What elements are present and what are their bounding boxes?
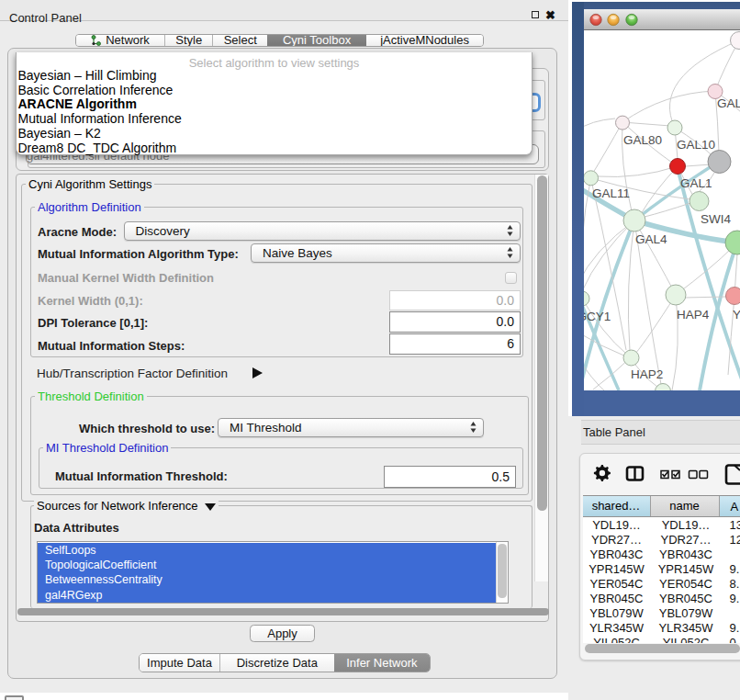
- svg-text:HAP4: HAP4: [677, 308, 710, 322]
- svg-text:YD: YD: [733, 308, 740, 322]
- svg-text:SWI4: SWI4: [701, 212, 731, 226]
- svg-text:GAL80: GAL80: [623, 133, 662, 147]
- svg-text:GAL1: GAL1: [680, 176, 712, 190]
- svg-text:GAL10: GAL10: [677, 138, 715, 152]
- svg-text:GAL4: GAL4: [635, 232, 667, 246]
- svg-text:GCY1: GCY1: [584, 310, 611, 323]
- svg-text:GAL11: GAL11: [592, 186, 630, 200]
- svg-text:HAP2: HAP2: [631, 367, 663, 381]
- svg-text:GAL7: GAL7: [717, 96, 740, 110]
